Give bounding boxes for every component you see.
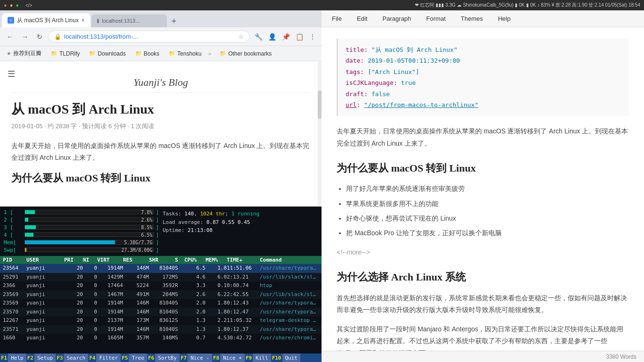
proc-shr: 83612 bbox=[149, 317, 175, 325]
col-cpu: CPU% bbox=[184, 257, 206, 263]
menu-help[interactable]: Help bbox=[495, 13, 513, 24]
func-f6[interactable]: F6 SortBy bbox=[147, 354, 180, 362]
editor-content[interactable]: title: "从 macOS 到 Arch Linux" date: 2019… bbox=[322, 27, 644, 351]
proc-user: yuanji bbox=[26, 317, 64, 325]
swp-value: 27.3M/8.00G bbox=[121, 247, 152, 252]
active-tab[interactable]: Y 从 macOS 到 Arch Linux × bbox=[2, 13, 91, 27]
address-bar[interactable]: 🔒 localhost:1313/post/from-... ☆ bbox=[48, 31, 250, 42]
proc-res: 146M bbox=[123, 264, 149, 272]
table-row[interactable]: 23569 yuanji 20 0 1467M 491M 204M S 2.6 … bbox=[0, 290, 322, 299]
cpu2-bar: 2.6% bbox=[25, 217, 154, 222]
process-table: PID USER PRI NI VIRT RES SHR S CPU% MEM%… bbox=[0, 256, 322, 354]
func-f4[interactable]: F4 Filter bbox=[88, 354, 121, 362]
fm-title: title: "从 macOS 到 Arch Linux" bbox=[346, 44, 621, 55]
cpu2-fill bbox=[25, 218, 28, 222]
proc-pri: 20 bbox=[64, 326, 83, 334]
list-item-3: 把 MacBook Pro 让给了女朋友，正好可以换个新电脑 bbox=[346, 227, 629, 239]
proc-cmd: /usr/share/typora/Typ bbox=[260, 308, 319, 316]
new-tab-btn[interactable]: + bbox=[168, 16, 181, 26]
inactive-tab[interactable]: L localhost:1313... bbox=[91, 14, 167, 27]
proc-shr: 204M bbox=[149, 291, 175, 299]
bookmark-item-4[interactable]: 📁 Tenshoku bbox=[166, 49, 204, 58]
blog-content[interactable]: ☰ Yuanji's Blog 从 macOS 到 Arch Linux 201… bbox=[0, 61, 322, 206]
menu-themes[interactable]: Themes bbox=[458, 13, 486, 24]
proc-rows: 23564 yuanji 20 0 1914M 146M 81040 S 6.5… bbox=[0, 264, 322, 343]
table-row[interactable]: 2366 yuanji 20 0 17464 5224 3592 R 3.3 0… bbox=[0, 281, 322, 290]
scrollbar[interactable] bbox=[318, 61, 322, 206]
window-close-btn[interactable]: ● bbox=[4, 2, 7, 8]
table-row[interactable]: 23569 yuanji 20 0 1914M 146M 81040 S 2.0… bbox=[0, 299, 322, 308]
proc-mem: 0.1 bbox=[206, 282, 227, 290]
menu-edit[interactable]: Edit bbox=[354, 13, 370, 24]
func-f9[interactable]: F9 Kill bbox=[245, 354, 271, 362]
star-icon[interactable]: ☆ bbox=[239, 33, 244, 40]
back-btn[interactable]: ← bbox=[4, 31, 16, 42]
forward-btn[interactable]: → bbox=[19, 31, 31, 42]
proc-pid: 23564 bbox=[3, 264, 26, 272]
window-minimize-btn[interactable]: ● bbox=[10, 2, 13, 8]
hamburger-btn[interactable]: ☰ bbox=[8, 69, 15, 79]
proc-cmd: /usr/share/typora/Typ bbox=[260, 264, 319, 272]
more-bookmarks-btn[interactable]: » bbox=[208, 50, 211, 57]
f1-label: Help bbox=[8, 354, 26, 362]
proc-cmd: /usr/lib/slack/slack bbox=[260, 273, 319, 281]
bookmark-item-2[interactable]: 📁 Downloads bbox=[86, 49, 128, 58]
menu-paragraph[interactable]: Paragraph bbox=[380, 13, 414, 24]
bookmark-item-0[interactable]: ★ 推荐到豆瓣 bbox=[4, 48, 44, 59]
extension-btn4[interactable]: 📋 bbox=[294, 31, 305, 42]
proc-cmd: /usr/share/typora/Typ bbox=[260, 299, 319, 307]
f3-num: F3 bbox=[56, 355, 64, 361]
cpu1-label: 1 [ bbox=[4, 209, 23, 215]
func-f5[interactable]: F5 Tree bbox=[121, 354, 147, 362]
bookmark-item-1[interactable]: 📁 TLDRify bbox=[48, 49, 83, 58]
cpu4-bar: 6.5% bbox=[25, 232, 154, 237]
menu-file[interactable]: File bbox=[329, 13, 345, 24]
proc-pri: 20 bbox=[64, 334, 83, 342]
proc-mem: 6.2 bbox=[206, 291, 227, 299]
bookmark-item-other[interactable]: 📁 Other bookmarks bbox=[217, 49, 274, 58]
list-item-1: 苹果系统更新很多用不上的功能 bbox=[346, 198, 629, 210]
menu-btn[interactable]: ⋮ bbox=[307, 31, 318, 42]
proc-shr: 81040 bbox=[149, 308, 175, 316]
col-pri: PRI bbox=[64, 257, 83, 263]
proc-pri: 20 bbox=[64, 264, 83, 272]
proc-res: 146M bbox=[123, 308, 149, 316]
table-row[interactable]: 23564 yuanji 20 0 1914M 146M 81040 S 6.5… bbox=[0, 264, 322, 273]
fm-url: url: "/post/from-macos-to-archlinux" bbox=[346, 99, 621, 110]
bookmark-item-3[interactable]: 📁 Books bbox=[132, 49, 162, 58]
swp-fill bbox=[25, 248, 26, 252]
func-f10[interactable]: F10 Quit bbox=[271, 354, 300, 362]
f7-num: F7 bbox=[180, 355, 188, 361]
f7-label: Nice - bbox=[188, 354, 212, 362]
table-row[interactable]: 1660 yuanji 20 0 1605M 357M 140M S 0.7 4… bbox=[0, 334, 322, 343]
table-row[interactable]: 25291 yuanji 20 0 1429M 474M 172M S 4.6 … bbox=[0, 273, 322, 282]
proc-pid: 23569 bbox=[3, 299, 26, 307]
window-maximize-btn[interactable]: ● bbox=[16, 2, 19, 8]
tab2-title: localhost:1313... bbox=[102, 18, 140, 24]
editor-section1: 为什么要从 macOS 转到 Linux bbox=[337, 159, 629, 178]
func-f1[interactable]: F1 Help bbox=[0, 354, 26, 362]
f9-num: F9 bbox=[245, 355, 253, 361]
swp-row: Swp[ 27.3M/8.00G ] bbox=[4, 247, 159, 253]
list-item-2: 好奇心驱使，想再尝试下现在的 Linux bbox=[346, 213, 629, 224]
func-f7[interactable]: F7 Nice - bbox=[180, 354, 212, 362]
proc-mem: 1.8 bbox=[206, 264, 227, 272]
menu-format[interactable]: Format bbox=[423, 13, 448, 24]
table-row[interactable]: 12267 yuanji 20 0 2137M 173M 83612 S 1.3… bbox=[0, 316, 322, 325]
tab-close-btn[interactable]: × bbox=[82, 17, 85, 24]
extension-btn1[interactable]: 🔧 bbox=[253, 31, 264, 42]
func-f2[interactable]: F2 Setup bbox=[26, 354, 56, 362]
proc-ni: 0 bbox=[83, 317, 97, 325]
func-f8[interactable]: F8 Nice + bbox=[212, 354, 245, 362]
extension-btn2[interactable]: 👤 bbox=[266, 31, 278, 42]
func-f3[interactable]: F3 Search bbox=[56, 354, 88, 362]
col-pid: PID bbox=[3, 257, 26, 263]
proc-ni: 0 bbox=[83, 291, 97, 299]
reload-btn[interactable]: ↻ bbox=[34, 31, 45, 42]
extension-btn3[interactable]: 📌 bbox=[280, 31, 292, 42]
scrollbar-thumb[interactable] bbox=[318, 90, 322, 119]
proc-ni: 0 bbox=[83, 326, 97, 334]
table-row[interactable]: 23570 yuanji 20 0 1914M 146M 81040 S 2.0… bbox=[0, 308, 322, 317]
table-row[interactable]: 23571 yuanji 20 0 1914M 146M 81040 S 1.3… bbox=[0, 325, 322, 334]
editor-more-comment: <!--more--> bbox=[337, 247, 629, 258]
